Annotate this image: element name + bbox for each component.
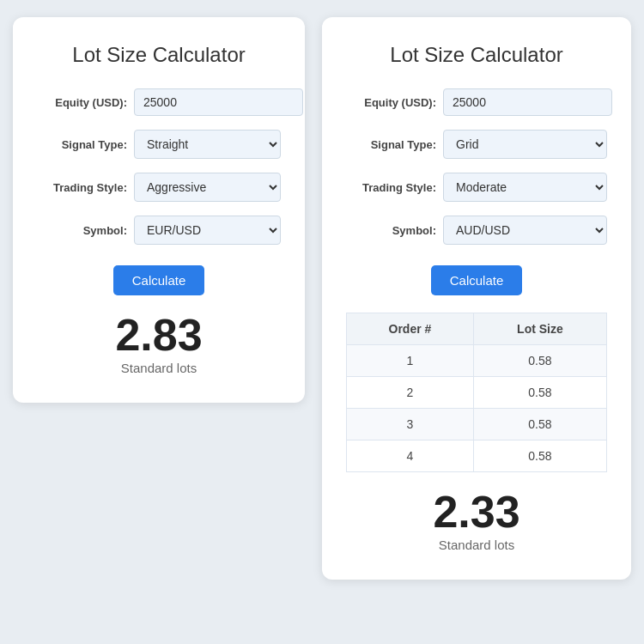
table-header-row: Order # Lot Size xyxy=(347,313,607,345)
order-cell: 4 xyxy=(347,440,474,472)
left-equity-input[interactable] xyxy=(134,88,303,116)
left-signal-label: Signal Type: xyxy=(37,138,127,151)
right-equity-input[interactable] xyxy=(443,88,612,116)
table-row: 3 0.58 xyxy=(347,409,607,440)
left-trading-row: Trading Style: Aggressive Moderate Conse… xyxy=(37,173,281,202)
left-equity-label: Equity (USD): xyxy=(37,96,127,109)
right-trading-select[interactable]: Aggressive Moderate Conservative xyxy=(443,173,607,202)
lot-cell: 0.58 xyxy=(473,345,606,377)
order-cell: 1 xyxy=(347,345,474,377)
left-signal-row: Signal Type: Straight Grid Moderate Aggr… xyxy=(37,130,281,159)
right-symbol-select[interactable]: EUR/USD GBP/USD AUD/USD USD/JPY xyxy=(443,216,607,245)
left-card-title: Lot Size Calculator xyxy=(37,41,281,68)
right-result-label: Standard lots xyxy=(346,538,607,552)
order-cell: 3 xyxy=(347,409,474,440)
table-row: 1 0.58 xyxy=(347,345,607,377)
right-trading-label: Trading Style: xyxy=(346,181,436,194)
left-btn-row: Calculate xyxy=(37,258,281,295)
right-trading-row: Trading Style: Aggressive Moderate Conse… xyxy=(346,173,607,202)
left-symbol-row: Symbol: EUR/USD GBP/USD AUD/USD USD/JPY xyxy=(37,216,281,245)
left-symbol-select[interactable]: EUR/USD GBP/USD AUD/USD USD/JPY xyxy=(134,216,281,245)
table-row: 4 0.58 xyxy=(347,440,607,472)
left-calculate-button[interactable]: Calculate xyxy=(113,265,205,295)
right-result-section: 2.33 Standard lots xyxy=(346,489,607,552)
left-symbol-label: Symbol: xyxy=(37,224,127,237)
right-signal-select[interactable]: Straight Grid Moderate Aggressive xyxy=(443,130,607,159)
right-signal-label: Signal Type: xyxy=(346,138,436,151)
lot-cell: 0.58 xyxy=(473,440,606,472)
right-btn-row: Calculate xyxy=(346,258,607,295)
right-signal-row: Signal Type: Straight Grid Moderate Aggr… xyxy=(346,130,607,159)
left-result-label: Standard lots xyxy=(37,361,281,375)
right-card-title: Lot Size Calculator xyxy=(346,41,607,68)
col-lot-header: Lot Size xyxy=(473,313,606,345)
table-row: 2 0.58 xyxy=(347,377,607,409)
right-equity-row: Equity (USD): xyxy=(346,88,607,116)
left-calculator-card: Lot Size Calculator Equity (USD): Signal… xyxy=(13,17,305,403)
right-symbol-row: Symbol: EUR/USD GBP/USD AUD/USD USD/JPY xyxy=(346,216,607,245)
left-trading-label: Trading Style: xyxy=(37,181,127,194)
lot-size-table: Order # Lot Size 1 0.58 2 0.58 3 0.58 4 … xyxy=(346,313,607,472)
right-calculate-button[interactable]: Calculate xyxy=(431,265,523,295)
left-signal-select[interactable]: Straight Grid Moderate Aggressive xyxy=(134,130,281,159)
left-trading-select[interactable]: Aggressive Moderate Conservative xyxy=(134,173,281,202)
lot-cell: 0.58 xyxy=(473,409,606,440)
right-equity-label: Equity (USD): xyxy=(346,96,436,109)
order-cell: 2 xyxy=(347,377,474,409)
col-order-header: Order # xyxy=(347,313,474,345)
right-result-number: 2.33 xyxy=(346,489,607,534)
left-equity-row: Equity (USD): xyxy=(37,88,281,116)
left-result-section: 2.83 Standard lots xyxy=(37,313,281,375)
lot-cell: 0.58 xyxy=(473,377,606,409)
right-symbol-label: Symbol: xyxy=(346,224,436,237)
left-result-number: 2.83 xyxy=(37,313,281,357)
right-calculator-card: Lot Size Calculator Equity (USD): Signal… xyxy=(322,17,631,580)
